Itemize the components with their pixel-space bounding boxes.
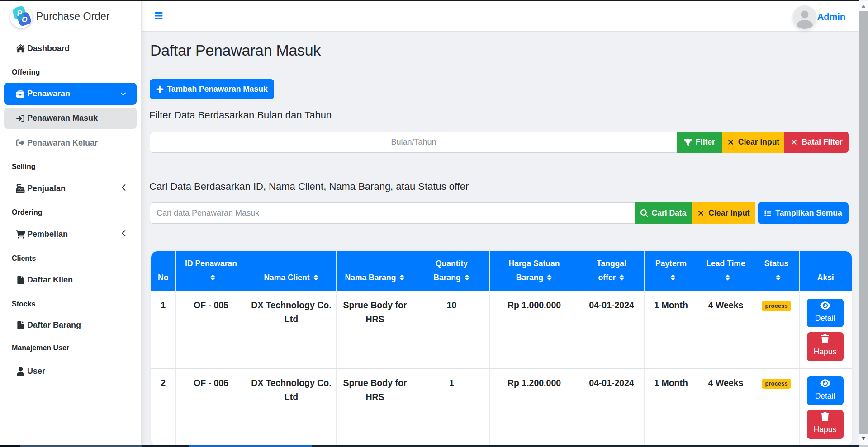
svg-text:O: O bbox=[22, 16, 28, 24]
